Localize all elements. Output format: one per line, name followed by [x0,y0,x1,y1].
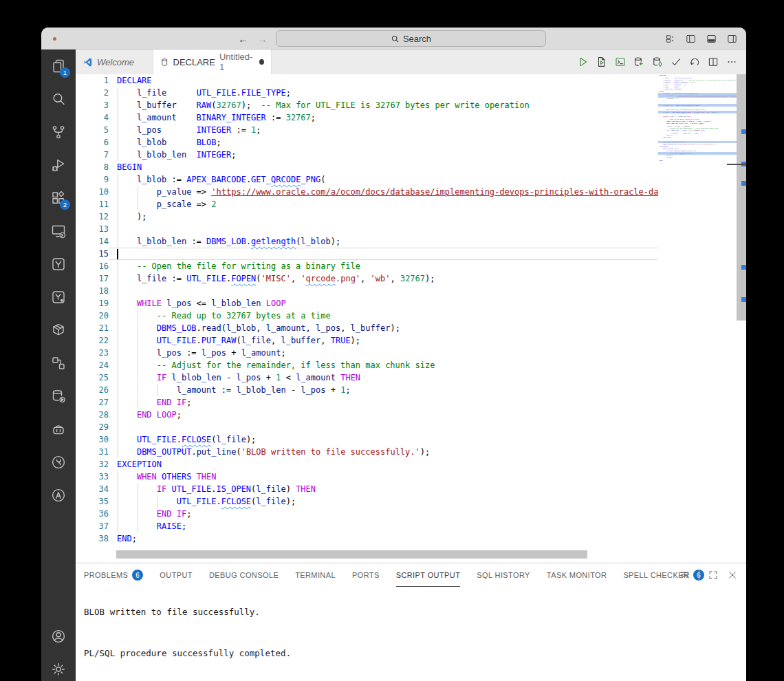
more-actions-icon[interactable] [726,56,738,68]
database-connect-icon[interactable] [651,56,664,68]
activity-item-circle-a[interactable] [41,479,76,512]
toggle-primary-sidebar-icon[interactable] [685,33,697,45]
code-line-16[interactable]: 16 -- Open the file for writing as a bin… [76,260,658,272]
minimize-window-button[interactable] [64,34,72,43]
code-line-17[interactable]: 17 l_file := UTL_FILE.FOPEN('MISC', 'qrc… [76,272,658,285]
vertical-scrollbar-thumb[interactable] [737,74,746,321]
activity-item-search[interactable] [41,83,76,116]
panel-tab-ports[interactable]: PORTS [352,563,380,587]
activity-item-account[interactable] [41,620,76,653]
activity-item-linked-boxes[interactable] [41,347,76,380]
zoom-window-button[interactable] [78,34,86,43]
code-line-27[interactable]: 27 END IF; [76,396,658,409]
code-line-10[interactable]: 10 p_value => 'https://www.oracle.com/a/… [76,186,658,198]
activity-item-extensions[interactable]: 2 [41,182,76,215]
run-icon[interactable] [577,56,589,68]
database-export-icon[interactable] [633,56,645,68]
sql-console-icon[interactable] [614,56,627,68]
panel-tab-output[interactable]: OUTPUT [160,563,193,587]
code-line-28[interactable]: 28 END LOOP; [76,409,658,421]
code-line-20[interactable]: 20 -- Read up to 32767 bytes at a time [76,310,658,322]
panel-tab-task-monitor[interactable]: TASK MONITOR [547,563,607,587]
line-number: 16 [76,260,109,272]
tab-welcome[interactable]: Welcome [76,50,153,74]
activity-item-vault-connections[interactable] [41,281,76,314]
panel-tab-debug-console[interactable]: DEBUG CONSOLE [209,563,279,587]
code-line-4[interactable]: 4 l_amount BINARY_INTEGER := 32767; [76,111,658,124]
horizontal-scrollbar[interactable] [116,550,587,559]
maximize-panel-icon[interactable] [708,570,719,581]
code-line-36[interactable]: 36 END IF; [76,508,658,520]
tab-declare-untitled-1[interactable]: DECLARE Untitled-1 [153,50,272,74]
code-line-6[interactable]: 6 l_blob BLOB; [76,136,658,149]
code-line-34[interactable]: 34 IF UTL_FILE.IS_OPEN(l_file) THEN [76,483,658,495]
titlebar[interactable]: ← → Search [41,28,746,50]
code-line-7[interactable]: 7 l_blob_len INTEGER; [76,149,658,161]
code-line-5[interactable]: 5 l_pos INTEGER := 1; [76,124,658,136]
code-line-21[interactable]: 21 DBMS_LOB.read(l_blob, l_amount, l_pos… [76,322,658,334]
activity-item-remote-explorer[interactable] [41,215,76,248]
code-line-32[interactable]: 32EXCEPTION [76,458,658,471]
code-line-15[interactable]: 15 [76,248,658,260]
clear-output-icon[interactable] [679,570,690,581]
code-line-35[interactable]: 35 UTL_FILE.FCLOSE(l_file); [76,495,658,508]
code-line-9[interactable]: 9 l_blob := APEX_BARCODE.GET_QRCODE_PNG( [76,173,658,186]
code-line-12[interactable]: 12 ); [76,210,658,223]
code-line-3[interactable]: 3 l_buffer RAW(32767); -- Max for UTL_FI… [76,99,658,111]
code-line-22[interactable]: 22 UTL_FILE.PUT_RAW(l_file, l_buffer, TR… [76,334,658,347]
code-line-37[interactable]: 37 RAISE; [76,520,658,532]
close-window-button[interactable] [50,34,58,43]
code-line-text: END IF; [109,508,658,520]
code-line-19[interactable]: 19 WHILE l_pos <= l_blob_len LOOP [76,297,658,310]
code-line-8[interactable]: 8BEGIN [76,161,658,173]
code-line-24[interactable]: 24 -- Adjust for the remainder, if less … [76,359,658,371]
customize-layout-icon[interactable] [664,33,676,45]
close-panel-icon[interactable] [727,570,738,581]
panel-tab-script-output[interactable]: SCRIPT OUTPUT [396,563,461,587]
activity-item-circle-branch[interactable] [41,446,76,479]
rollback-icon[interactable] [688,56,701,68]
code-line-11[interactable]: 11 p_scale => 2 [76,198,658,210]
commit-check-icon[interactable] [670,56,682,68]
line-number: 38 [76,532,109,545]
code-line-1[interactable]: 1DECLARE [76,74,658,87]
activity-item-explorer[interactable]: 1 [41,50,76,83]
script-output-content[interactable]: BLOB written to file successfully. PL/SQ… [84,605,739,660]
code-line-30[interactable]: 30 UTL_FILE.FCLOSE(l_file); [76,433,658,446]
code-line-29[interactable]: 29 [76,421,658,433]
activity-item-robot[interactable] [41,413,76,446]
panel-tab-problems[interactable]: PROBLEMS6 [84,563,143,587]
code-line-14[interactable]: 14 l_blob_len := DBMS_LOB.getlength(l_bl… [76,235,658,248]
toggle-secondary-sidebar-icon[interactable] [726,33,738,45]
toggle-panel-icon[interactable] [706,33,717,45]
code-line-33[interactable]: 33 WHEN OTHERS THEN [76,471,658,483]
forward-arrow-icon[interactable]: → [257,33,268,45]
search-input[interactable]: Search [276,30,546,47]
code-editor[interactable]: 1DECLARE2 l_file UTL_FILE.FILE_TYPE;3 l_… [76,74,746,563]
minimap-highlight [658,141,737,144]
back-arrow-icon[interactable]: ← [238,33,248,45]
panel-tab-sql-history[interactable]: SQL HISTORY [477,563,530,587]
run-file-icon[interactable] [596,56,608,68]
minimap[interactable]: DECLARE l_file UTL_FILE.FILE_TYPE; l_buf… [658,74,737,563]
modified-dot-icon[interactable] [259,59,264,65]
activity-item-run-debug[interactable] [41,149,76,182]
code-line-31[interactable]: 31 DBMS_OUTPUT.put_line('BLOB written to… [76,446,658,458]
activity-item-vault[interactable] [41,248,76,281]
code-line-25[interactable]: 25 IF l_blob_len - l_pos + 1 < l_amount … [76,371,658,384]
activity-item-package[interactable] [41,314,76,347]
code-line-26[interactable]: 26 l_amount := l_blob_len - l_pos + 1; [76,384,658,396]
line-number: 29 [76,421,109,433]
panel-tab-terminal[interactable]: TERMINAL [295,563,336,587]
code-line-text: l_pos := l_pos + l_amount; [109,347,658,359]
code-line-18[interactable]: 18 [76,285,658,297]
activity-item-settings-gear[interactable] [41,653,76,681]
overview-ruler[interactable] [737,74,746,563]
code-line-38[interactable]: 38END; [76,532,658,545]
activity-item-source-control[interactable] [41,116,76,149]
activity-item-database-actions[interactable] [41,380,76,413]
split-editor-icon[interactable] [707,56,719,68]
code-line-23[interactable]: 23 l_pos := l_pos + l_amount; [76,347,658,359]
code-line-13[interactable]: 13 [76,223,658,235]
code-line-2[interactable]: 2 l_file UTL_FILE.FILE_TYPE; [76,87,658,99]
